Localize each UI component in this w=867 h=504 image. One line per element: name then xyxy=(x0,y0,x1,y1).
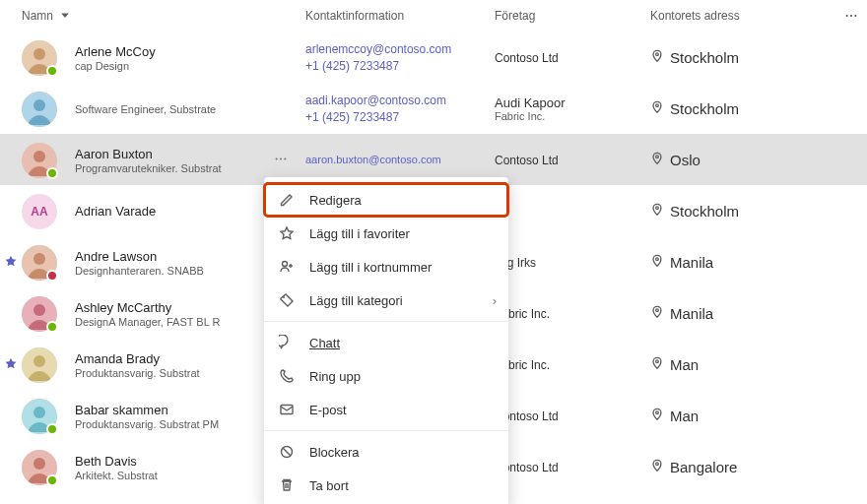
svg-point-4 xyxy=(33,48,45,60)
cell-name: Babar skammenProduktansvarig. Substrat P… xyxy=(22,399,305,434)
favorite-star-icon xyxy=(4,254,18,271)
office-city: Oslo xyxy=(670,152,700,168)
cell-office: Man xyxy=(650,356,867,373)
menu-edit[interactable]: Redigera xyxy=(264,183,508,217)
menu-delete-label: Ta bort xyxy=(309,478,349,493)
menu-block[interactable]: Blockera xyxy=(264,435,508,469)
cell-company: Contoso Ltd xyxy=(495,409,650,423)
office-city: Man xyxy=(670,356,699,373)
contact-name: Arlene McCoy xyxy=(75,44,156,59)
svg-point-45 xyxy=(656,411,659,414)
avatar[interactable] xyxy=(22,92,57,127)
contact-phone[interactable]: +1 (425) 7233487 xyxy=(305,58,495,75)
avatar[interactable] xyxy=(22,450,57,485)
presence-indicator xyxy=(46,167,58,179)
svg-point-20 xyxy=(284,158,286,159)
menu-add-speeddial[interactable]: Lägg till i kortnummer xyxy=(264,250,508,284)
svg-rect-57 xyxy=(281,406,293,414)
header-name[interactable]: Namn xyxy=(22,9,305,24)
menu-add-category[interactable]: Lägg till kategori › xyxy=(264,284,508,317)
avatar[interactable] xyxy=(22,296,57,332)
svg-point-11 xyxy=(656,104,659,107)
contact-subtitle: Produktansvarig. Substrat xyxy=(75,367,200,379)
svg-point-2 xyxy=(854,15,856,17)
cell-office: Bangalore xyxy=(650,459,867,475)
menu-email[interactable]: E-post xyxy=(264,393,508,426)
cell-office: Stockholm xyxy=(650,203,867,220)
header-company[interactable]: Företag xyxy=(495,9,650,23)
svg-point-27 xyxy=(656,258,659,261)
mail-icon xyxy=(278,402,296,417)
menu-call[interactable]: Ring upp xyxy=(264,359,508,393)
menu-cat-label: Lägg till kategori xyxy=(309,293,403,308)
table-row[interactable]: Arlene McCoycap Designarlenemccoy@contos… xyxy=(0,32,867,83)
contact-name: Ashley McCarthy xyxy=(75,300,220,315)
avatar[interactable] xyxy=(22,399,57,434)
avatar[interactable] xyxy=(22,143,57,178)
cell-contact: aadi.kapoor@contoso.com+1 (425) 7233487 xyxy=(305,93,495,126)
header-more-button[interactable] xyxy=(835,9,867,23)
svg-point-39 xyxy=(656,360,659,363)
menu-chat-label: Chatt xyxy=(309,336,340,350)
svg-point-50 xyxy=(33,458,45,470)
avatar[interactable] xyxy=(22,347,57,383)
menu-chat[interactable]: Chatt xyxy=(264,326,508,359)
company-name-top: Audi Kapoor xyxy=(495,95,650,110)
cell-name: Arlene McCoycap Design xyxy=(22,40,305,76)
presence-indicator xyxy=(46,65,58,77)
cell-company: Contoso Ltd xyxy=(495,50,650,65)
svg-point-18 xyxy=(276,158,278,159)
avatar[interactable]: AA xyxy=(22,194,57,229)
company-name: Contoso Ltd xyxy=(495,154,559,167)
company-name: Fabric Inc. xyxy=(495,110,650,122)
contact-name: Andre Lawson xyxy=(75,249,204,264)
svg-point-19 xyxy=(280,158,282,159)
cell-name: AAAdrian Varade xyxy=(22,194,305,229)
cell-company: Audi KapoorFabric Inc. xyxy=(495,95,650,122)
cell-office: Stockholm xyxy=(650,49,867,66)
contact-email[interactable]: aadi.kapoor@contoso.com xyxy=(305,93,495,109)
location-pin-icon xyxy=(650,49,664,66)
cell-contact: arlenemccoy@contoso.com+1 (425) 7233487 xyxy=(305,41,495,75)
contact-subtitle: DesignA Manager, FAST BL R xyxy=(75,316,220,328)
contact-email[interactable]: aaron.buxton@contoso.com xyxy=(305,153,495,167)
cell-name: Amanda BradyProduktansvarig. Substrat xyxy=(22,347,305,383)
table-row[interactable]: Software Engineer, Substrateaadi.kapoor@… xyxy=(0,83,867,134)
avatar[interactable] xyxy=(22,40,57,76)
sort-down-icon xyxy=(59,9,71,24)
location-pin-icon xyxy=(650,203,664,220)
person-plus-icon xyxy=(278,259,296,275)
contact-subtitle: Designhanteraren. SNABB xyxy=(75,265,204,277)
presence-indicator xyxy=(46,423,58,435)
cell-company: Tyg Irks xyxy=(495,255,650,270)
svg-point-56 xyxy=(283,296,285,298)
header-office[interactable]: Kontorets adress xyxy=(650,9,835,23)
contact-email[interactable]: arlenemccoy@contoso.com xyxy=(305,41,495,58)
contact-phone[interactable]: +1 (425) 7233487 xyxy=(305,109,495,126)
menu-separator xyxy=(264,321,508,322)
contact-name: Aaron Buxton xyxy=(75,147,222,161)
contact-subtitle: Arkitekt. Substrat xyxy=(75,470,158,481)
avatar[interactable] xyxy=(22,245,57,281)
row-more-button[interactable] xyxy=(274,152,288,168)
menu-delete[interactable]: Ta bort xyxy=(264,469,508,502)
location-pin-icon xyxy=(650,305,664,322)
location-pin-icon xyxy=(650,459,664,475)
menu-call-label: Ring upp xyxy=(309,369,361,384)
menu-add-favorite[interactable]: Lägg till i favoriter xyxy=(264,217,508,250)
cell-name: Aaron BuxtonProgramvarutekniker. Substra… xyxy=(22,143,305,178)
tag-icon xyxy=(278,292,296,308)
svg-point-16 xyxy=(33,151,45,162)
company-name: Contoso Ltd xyxy=(495,51,559,65)
header-contact[interactable]: Kontaktinformation xyxy=(305,9,495,23)
contact-subtitle: Programvarutekniker. Substrat xyxy=(75,162,222,174)
location-pin-icon xyxy=(650,152,664,168)
menu-mail-label: E-post xyxy=(309,403,347,417)
menu-separator xyxy=(264,430,508,431)
pencil-icon xyxy=(278,192,296,208)
svg-point-10 xyxy=(33,99,45,111)
menu-edit-label: Redigera xyxy=(309,193,362,208)
cell-company: Contoso Ltd xyxy=(495,460,650,474)
cell-name: Software Engineer, Substrate xyxy=(22,92,305,127)
location-pin-icon xyxy=(650,356,664,373)
